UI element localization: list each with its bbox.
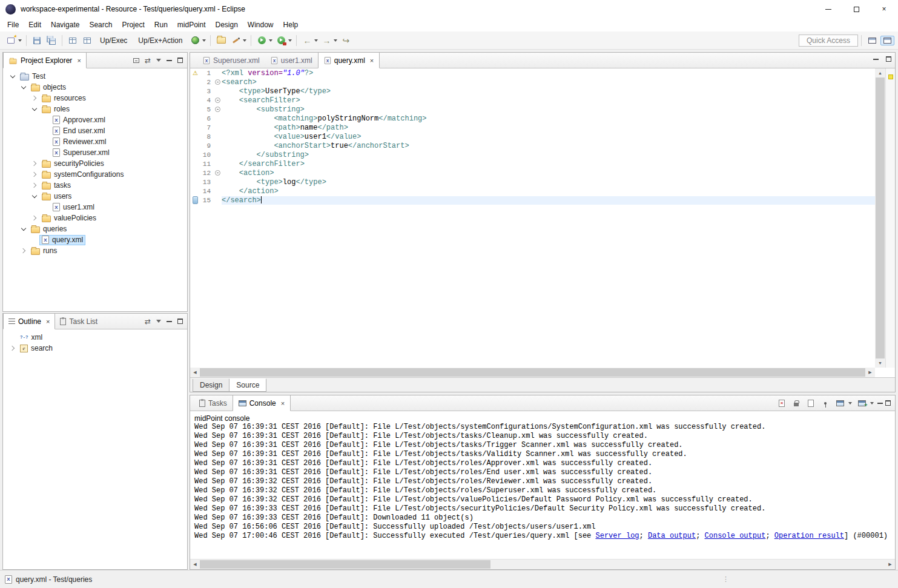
page-tab-source[interactable]: Source [229,378,266,392]
link-server-log[interactable]: Server log [596,532,639,540]
code-line-9[interactable]: 9 <anchorStart>true</anchorStart> [190,141,875,150]
external-tools-icon[interactable] [274,34,288,47]
pin-console-icon[interactable] [819,397,831,409]
link-console-output[interactable]: Console output [705,532,766,540]
code-line-6[interactable]: 6 <matching>polyStringNorm</matching> [190,114,875,123]
tree-item-tasks[interactable]: tasks [3,180,187,191]
scroll-down-icon[interactable]: ▼ [875,358,885,368]
fold-collapse-icon[interactable] [213,107,222,112]
code-line-5[interactable]: 5 <substring> [190,105,875,114]
run-icon[interactable] [255,34,268,47]
tree-item-systemconfigurations[interactable]: systemConfigurations [3,169,187,180]
code-line-4[interactable]: 4 <searchFilter> [190,96,875,105]
console-hscrollbar[interactable]: ◀ ▶ [190,559,895,569]
tab-project-explorer[interactable]: Project Explorer × [3,53,87,68]
clear-console-icon[interactable]: × [776,397,788,409]
tree-item-query-xml[interactable]: Xquery.xml [3,234,187,245]
maximize-view-icon[interactable] [886,56,891,62]
chevron-collapsed-icon[interactable] [30,183,39,187]
chevron-collapsed-icon[interactable] [19,249,28,253]
menu-search[interactable]: Search [84,19,117,30]
table-icon[interactable] [66,34,79,47]
external-tools-dropdown-icon[interactable] [288,39,292,42]
menu-run[interactable]: Run [150,19,173,30]
tab-console[interactable]: Console × [233,395,291,411]
view-menu-icon[interactable] [156,59,161,62]
chevron-expanded-icon[interactable] [30,196,39,197]
close-view-icon[interactable]: × [46,318,50,325]
code-line-15[interactable]: 15</search> [190,196,875,205]
tab-outline[interactable]: Outline × [3,314,55,329]
table-columns-icon[interactable] [81,34,94,47]
tree-item-superuser-xml[interactable]: XSuperuser.xml [3,147,187,158]
chevron-expanded-icon[interactable] [8,76,18,78]
scrollbar-thumb[interactable] [200,560,490,569]
maximize-button[interactable] [842,0,870,18]
tree-item-resources[interactable]: resources [3,93,187,104]
maximize-view-icon[interactable] [885,400,891,406]
menu-midpoint[interactable]: midPoint [173,19,211,30]
tree-item-runs[interactable]: runs [3,245,187,256]
display-selected-console-icon[interactable] [834,397,846,409]
scrollbar-thumb[interactable] [876,78,885,358]
scroll-up-icon[interactable]: ▲ [875,68,885,78]
editor-tab-query-xml[interactable]: Xquery.xml× [318,53,380,68]
menu-edit[interactable]: Edit [24,19,46,30]
warning-marker[interactable] [888,74,893,79]
link-operation-result[interactable]: Operation result [774,532,844,540]
menu-help[interactable]: Help [279,19,303,30]
code-line-8[interactable]: 8 <value>user1</value> [190,132,875,141]
save-all-icon[interactable] [45,34,58,47]
scroll-left-icon[interactable]: ◀ [190,370,200,375]
chevron-expanded-icon[interactable] [19,228,28,230]
menu-project[interactable]: Project [117,19,149,30]
quick-access-button[interactable]: Quick Access [799,35,858,47]
fold-collapse-icon[interactable] [213,170,222,176]
overview-ruler[interactable] [885,68,895,368]
link-with-editor-icon[interactable]: ⇄ [145,56,151,65]
up-ex-action-button[interactable]: Up/Ex+Action [134,35,187,47]
fold-collapse-icon[interactable] [213,97,222,103]
editor-tab-user1-xml[interactable]: Xuser1.xml [265,53,318,68]
chevron-expanded-icon[interactable] [30,108,39,110]
tree-item-test[interactable]: Test [3,71,187,82]
link-with-editor-icon[interactable]: ⇄ [145,317,151,326]
chevron-collapsed-icon[interactable] [8,346,18,350]
close-button[interactable]: × [870,0,898,18]
last-edit-location-icon[interactable]: ↪ [339,34,352,47]
menu-window[interactable]: Window [243,19,279,30]
tree-item-end-user-xml[interactable]: XEnd user.xml [3,125,187,136]
midpoint-connection-dropdown-icon[interactable] [202,39,206,42]
forward-icon[interactable]: → [320,34,333,47]
code-line-12[interactable]: 12 <action> [190,168,875,177]
paintbrush-icon[interactable] [229,34,242,47]
code-line-3[interactable]: 3 <type>UserType</type> [190,87,875,96]
tree-item-user1-xml[interactable]: Xuser1.xml [3,202,187,213]
code-line-7[interactable]: 7 <path>name</path> [190,123,875,132]
tree-item-reviewer-xml[interactable]: XReviewer.xml [3,136,187,147]
statusbar-drag-handle[interactable]: ⋮ [722,575,730,583]
up-exec-button[interactable]: Up/Exec [96,35,131,47]
tree-item-approver-xml[interactable]: XApprover.xml [3,114,187,125]
code-line-11[interactable]: 11 </searchFilter> [190,159,875,168]
close-tab-icon[interactable]: × [281,400,285,407]
scrollbar-thumb[interactable] [200,368,865,377]
minimize-button[interactable] [814,0,842,18]
scroll-right-icon[interactable]: ▶ [885,562,895,567]
save-icon[interactable] [30,34,44,47]
scroll-right-icon[interactable]: ▶ [865,370,875,375]
view-menu-icon[interactable] [156,320,161,323]
outline-item-search[interactable]: esearch [3,343,187,354]
resource-perspective-button[interactable] [880,36,894,45]
back-icon[interactable]: ← [300,34,314,47]
maximize-view-icon[interactable] [177,319,183,324]
editor-vscrollbar[interactable]: ▲ ▼ [875,68,885,368]
tree-item-objects[interactable]: objects [3,82,187,93]
chevron-collapsed-icon[interactable] [30,162,39,165]
tree-item-queries[interactable]: queries [3,223,187,234]
page-tab-design[interactable]: Design [193,379,229,392]
minimize-view-icon[interactable] [167,60,172,61]
tree-item-valuepolicies[interactable]: valuePolicies [3,213,187,223]
tree-item-securitypolicies[interactable]: securityPolicies [3,158,187,169]
menu-file[interactable]: File [2,19,24,30]
